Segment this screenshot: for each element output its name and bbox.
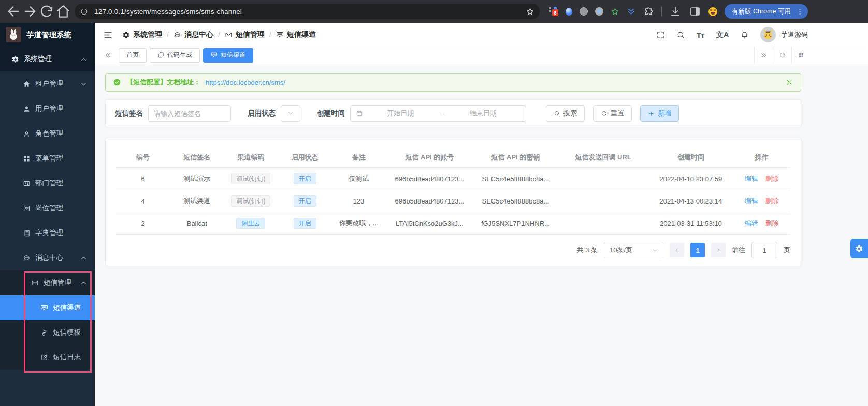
extensions-puzzle-icon[interactable] [643, 3, 654, 20]
tab-home[interactable]: 首页 [119, 48, 147, 63]
delete-link[interactable]: 删除 [765, 175, 779, 182]
tabs-scroll-left-icon[interactable] [100, 47, 115, 64]
breadcrumb-item[interactable]: 消息中心 [173, 30, 213, 39]
sidebar-item-label: 短信模板 [53, 328, 81, 337]
tabs-refresh-icon[interactable] [773, 47, 791, 64]
chrome-update-button[interactable]: 有新版 Chrome 可用 [725, 4, 808, 19]
hamburger-icon[interactable] [103, 30, 113, 40]
alert-doc-link[interactable]: https://doc.iocoder.cn/sms/ [206, 79, 285, 86]
page-size-select[interactable]: 10条/页 [604, 242, 663, 258]
sidebar-item-user[interactable]: 用户管理 [0, 96, 95, 121]
tab-label: 代码生成 [167, 51, 192, 60]
home-icon[interactable] [55, 3, 71, 20]
breadcrumb-item[interactable]: 短信渠道 [276, 30, 316, 39]
side-panel-icon[interactable] [689, 3, 701, 20]
sidebar-item-dict[interactable]: 字典管理 [0, 221, 95, 245]
cell-code: 调试(钉钉) [224, 190, 278, 212]
app-header: 系统管理/消息中心/短信管理/短信渠道 Tт 文A 芋道源码 [95, 23, 868, 47]
alert-close-icon[interactable] [785, 78, 793, 86]
settings-float-button[interactable] [850, 239, 868, 258]
check-circle-icon [113, 78, 121, 86]
sidebar-item-menu[interactable]: 菜单管理 [0, 146, 95, 171]
back-icon[interactable] [5, 3, 22, 20]
goto-page-input[interactable] [751, 242, 777, 258]
page-unit: 页 [784, 245, 790, 255]
current-page[interactable]: 1 [690, 243, 705, 257]
downloads-icon[interactable] [669, 3, 682, 20]
edit-link[interactable]: 编辑 [745, 219, 758, 227]
search-button[interactable]: 搜索 [546, 105, 585, 122]
sidebar-item-role[interactable]: 角色管理 [0, 121, 95, 146]
reset-button[interactable]: 重置 [593, 105, 632, 122]
column-header-api_secret: 短信 API 的密钥 [473, 148, 558, 168]
extension-password-icon[interactable]: 8 [549, 7, 558, 16]
status-tag: 开启 [294, 173, 316, 184]
extension-chevrons-icon[interactable] [627, 7, 635, 16]
breadcrumb-label: 系统管理 [133, 30, 162, 39]
date-range-picker[interactable]: 开始日期 – 结束日期 [350, 105, 526, 122]
sidebar-item-label: 租户管理 [35, 79, 63, 89]
edit-link[interactable]: 编辑 [745, 175, 758, 182]
bell-icon[interactable] [740, 31, 749, 39]
sidebar-item-dept[interactable]: 部门管理 [0, 171, 95, 196]
cell-remark: 你要改哦，... [332, 212, 386, 235]
translate-icon[interactable]: 文A [716, 30, 729, 40]
breadcrumb-item[interactable]: 系统管理 [122, 30, 162, 39]
bookmark-star-icon[interactable] [526, 7, 534, 16]
refresh-icon [601, 110, 607, 117]
edit-link[interactable]: 编辑 [745, 197, 758, 205]
font-size-icon[interactable]: Tт [697, 31, 705, 39]
menu-dots-icon[interactable] [796, 8, 804, 16]
profile-emoji-icon[interactable] [708, 7, 717, 16]
sidebar-item-system[interactable]: 系统管理 [0, 47, 95, 71]
user-avatar[interactable] [760, 27, 776, 42]
cell-sign: Ballcat [170, 212, 224, 235]
breadcrumb-item[interactable]: 短信管理 [225, 30, 265, 39]
tab-sms-channel[interactable]: 短信渠道 [203, 48, 253, 63]
sidebar-item-sms-template[interactable]: 短信模板 [0, 320, 95, 345]
username[interactable]: 芋道源码 [781, 30, 808, 39]
filter-form: 短信签名 启用状态 创建时间 开始日期 – 结束日期 [105, 99, 801, 127]
search-icon [554, 110, 560, 117]
comment-icon [173, 31, 181, 39]
fullscreen-icon[interactable] [656, 31, 665, 39]
browser-toolbar: 127.0.0.1/system/messages/sms/sms-channe… [0, 0, 868, 23]
tab-codegen[interactable]: 代码生成 [150, 48, 200, 63]
chevron-down-icon [80, 80, 88, 88]
sidebar-item-post[interactable]: 岗位管理 [0, 196, 95, 221]
chevron-up-icon [80, 55, 88, 63]
next-page-icon[interactable] [711, 243, 726, 257]
tabs-layout-icon[interactable] [791, 47, 810, 64]
sign-input[interactable] [148, 105, 231, 122]
cell-status: 开启 [278, 190, 331, 212]
add-button[interactable]: 新增 [640, 105, 679, 122]
sidebar-item-message-center[interactable]: 消息中心 [0, 245, 95, 270]
tabs-scroll-right-icon[interactable] [754, 47, 773, 64]
house-icon [23, 80, 31, 88]
sidebar-menu: 系统管理租户管理用户管理角色管理菜单管理部门管理岗位管理字典管理消息中心短信管理… [0, 47, 95, 406]
search-icon[interactable] [676, 31, 685, 39]
cell-created: 2022-04-10 23:07:59 [649, 168, 733, 190]
cell-api_secret: SEC5c4e5ff888bc8a... [473, 168, 558, 190]
extension-star-icon[interactable] [611, 7, 619, 16]
site-info-icon[interactable] [78, 5, 90, 18]
prev-page-icon[interactable] [670, 243, 684, 257]
sidebar-item-sms-management[interactable]: 短信管理 [0, 270, 95, 295]
delete-link[interactable]: 删除 [765, 197, 779, 205]
delete-link[interactable]: 删除 [765, 219, 779, 227]
extension-dot-icon[interactable] [595, 7, 603, 16]
gear-icon [11, 55, 19, 63]
sidebar-item-label: 消息中心 [35, 253, 63, 263]
reload-icon[interactable] [38, 3, 55, 20]
extension-globe-icon[interactable] [580, 7, 588, 16]
channel-code-tag: 阿里云 [236, 218, 265, 229]
pagination-total: 共 3 条 [577, 245, 598, 255]
sidebar-item-sms-log[interactable]: 短信日志 [0, 345, 95, 370]
extension-balloon-icon[interactable] [566, 8, 572, 16]
status-select[interactable] [281, 105, 300, 122]
sidebar-item-tenant[interactable]: 租户管理 [0, 71, 95, 96]
forward-icon[interactable] [22, 3, 38, 20]
status-label: 启用状态 [248, 109, 276, 118]
sidebar-item-sms-channel[interactable]: 短信渠道 [0, 295, 95, 320]
address-bar[interactable]: 127.0.0.1/system/messages/sms/sms-channe… [75, 4, 540, 19]
